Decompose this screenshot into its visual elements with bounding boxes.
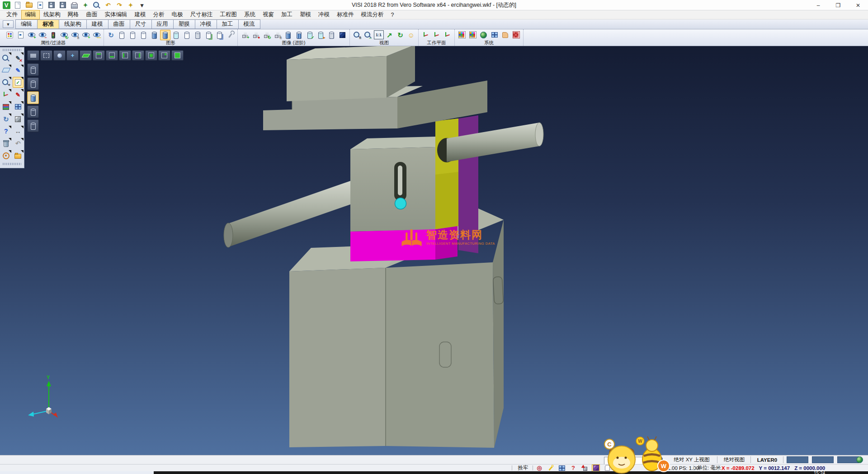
workplane-move-button[interactable] (442, 30, 453, 40)
display-hidden-line-button[interactable] (27, 77, 39, 90)
menu-item[interactable]: 塑模 (296, 10, 315, 19)
workbench-tab[interactable]: 尺寸 (130, 19, 152, 29)
attribute-document-button[interactable] (15, 30, 26, 40)
search-icon[interactable] (656, 455, 665, 464)
shaded-view-button[interactable]: ☺ (406, 30, 416, 40)
pan-arrow-button[interactable]: ↗ (384, 30, 395, 40)
workplane-set-button[interactable] (420, 30, 431, 40)
zoom-selection-button[interactable] (0, 52, 11, 63)
layer-empty-3-button[interactable] (138, 30, 149, 40)
workbench-tab[interactable]: 建模 (87, 19, 108, 29)
workplane-toggle-icon[interactable] (592, 465, 600, 472)
bodies-toggle-button[interactable]: ± (272, 30, 283, 40)
layer-light-button[interactable] (182, 30, 192, 40)
workbench-tab[interactable]: 曲面 (108, 19, 130, 29)
axis-origin-button[interactable]: + (66, 50, 79, 61)
color-swatch[interactable] (787, 456, 808, 463)
bodies-add-button[interactable]: + (240, 30, 250, 40)
toggle-visibility-button[interactable]: ± (70, 30, 80, 40)
red-grid-button[interactable] (511, 30, 521, 40)
layer-current-button[interactable] (160, 30, 170, 40)
view-cube-left-button[interactable] (119, 50, 131, 61)
ucs-axis-button[interactable] (0, 89, 11, 100)
undo-icon[interactable]: ↶ (104, 1, 113, 9)
maximize-button[interactable]: ❐ (828, 0, 848, 10)
view-cube-top-button[interactable] (93, 50, 105, 61)
help-question-icon[interactable]: ? (569, 465, 577, 472)
panel-drag-handle[interactable] (3, 163, 21, 165)
preview-icon[interactable] (92, 1, 101, 9)
refresh-graphics-button[interactable]: ↻ (106, 30, 116, 40)
workbench-tab[interactable]: 标准 (38, 19, 59, 29)
show-all-button[interactable]: + (80, 30, 91, 40)
undo-gray-button[interactable]: ↶ (13, 138, 24, 149)
viewport-3d[interactable]: + ✎✕✎+✓✎↻?↔↶ 智造资料网 INTELLIGENT MANUFACTU… (0, 46, 868, 455)
visibility-traffic-light-button[interactable] (48, 30, 58, 40)
view-cube-front-button[interactable] (145, 50, 157, 61)
workbench-tab[interactable]: 应用 (152, 19, 174, 29)
clipboard-red-icon[interactable]: ◎ (535, 465, 543, 472)
zoom-extents-button[interactable]: ↔ (363, 30, 373, 40)
save-as-icon[interactable] (58, 1, 67, 9)
menu-item[interactable]: 实体编辑 (101, 10, 131, 19)
display-wireframe-button[interactable] (27, 63, 39, 76)
layer-empty-button[interactable] (117, 30, 127, 40)
sketch-red-button[interactable]: ✎ (13, 89, 24, 100)
display-striped-button[interactable] (27, 119, 39, 132)
tab-dropdown-button[interactable]: ▼ (3, 20, 14, 28)
window-panes-button[interactable] (13, 101, 24, 112)
body-striped-layer-button[interactable] (294, 30, 304, 40)
bodies-refresh-button[interactable]: ↻ (261, 30, 272, 40)
globe-icon[interactable] (855, 455, 863, 464)
solid-cube-button[interactable] (337, 30, 348, 40)
menu-item[interactable]: 建模 (131, 10, 150, 19)
profile-export-icon[interactable] (580, 465, 589, 472)
glove-select-icon[interactable] (603, 465, 611, 472)
status-lock-toggle[interactable]: 拴牢 (515, 465, 531, 471)
menu-item[interactable]: 加工 (278, 10, 296, 19)
zoom-solid-button[interactable]: + (0, 77, 11, 88)
workbench-tab[interactable]: 模流 (239, 19, 260, 29)
menu-item[interactable]: 模流分析 (358, 10, 387, 19)
body-check-button[interactable]: ✓ (305, 30, 315, 40)
palette-dialog-button[interactable] (467, 30, 478, 40)
layer-copy-button[interactable] (214, 30, 225, 40)
delete-sketch-button[interactable]: ✎✕ (13, 52, 24, 63)
close-button[interactable]: ✕ (848, 0, 868, 10)
layer-filled-button[interactable] (149, 30, 160, 40)
body-door-button[interactable]: ▸ (316, 30, 326, 40)
stamp-icon[interactable]: ✦ (126, 1, 135, 9)
helm-settings-button[interactable] (0, 150, 11, 161)
solid-cube-gray-button[interactable] (13, 114, 24, 124)
display-shaded-button[interactable] (27, 91, 39, 104)
menu-item[interactable]: 线架构 (40, 10, 64, 19)
save-all-icon[interactable] (70, 1, 79, 9)
menu-item[interactable]: 尺寸标注 (187, 10, 217, 19)
panel-drag-handle[interactable] (3, 49, 21, 51)
plane-select-button[interactable] (0, 65, 11, 76)
menu-item[interactable]: ? (387, 11, 398, 19)
menu-item[interactable]: 工程图 (217, 10, 241, 19)
status-abs-view[interactable]: 绝对视图 (720, 455, 749, 464)
layer-empty-2-button[interactable] (127, 30, 138, 40)
snap-hand-button[interactable] (500, 30, 510, 40)
sketch-blue-button[interactable]: ✎ (13, 65, 24, 76)
menu-item[interactable]: 标准件 (333, 10, 358, 19)
menu-item[interactable]: 电极 (168, 10, 187, 19)
menu-item[interactable]: 分析 (150, 10, 168, 19)
layer-striped-button[interactable] (193, 30, 203, 40)
import-document-icon[interactable] (36, 1, 45, 9)
layer-pair-button[interactable] (203, 30, 214, 40)
zoom-in-out-button[interactable]: ± (352, 30, 362, 40)
refresh-visibility-button[interactable]: ↻ (59, 30, 69, 40)
view-cube-bottom-button[interactable] (106, 50, 118, 61)
magic-wand-icon[interactable] (547, 465, 555, 472)
menu-item[interactable]: 编辑 (21, 10, 40, 19)
open-file-icon[interactable] (24, 1, 33, 9)
menu-item[interactable]: 文件 (3, 10, 21, 19)
attribute-brush-button[interactable] (5, 30, 15, 40)
rotate-view-button[interactable]: ↻ (395, 30, 406, 40)
snap-grid-icon[interactable] (558, 465, 566, 472)
status-search-input[interactable] (604, 457, 657, 465)
delete-trash-button[interactable] (0, 138, 11, 149)
